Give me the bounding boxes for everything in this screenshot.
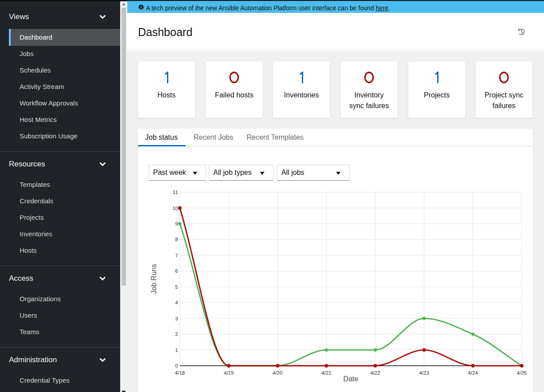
svg-text:4/25: 4/25 (517, 370, 527, 376)
svg-text:8: 8 (175, 237, 178, 242)
svg-text:4/19: 4/19 (224, 370, 234, 376)
svg-text:0: 0 (175, 363, 178, 368)
svg-text:11: 11 (173, 190, 178, 195)
svg-text:4/22: 4/22 (370, 370, 380, 376)
svg-text:Date: Date (343, 375, 358, 383)
svg-text:9: 9 (175, 221, 178, 226)
svg-text:7: 7 (175, 253, 178, 258)
svg-text:4/21: 4/21 (321, 370, 331, 376)
svg-text:4/24: 4/24 (468, 370, 478, 376)
svg-text:5: 5 (175, 284, 178, 290)
svg-text:3: 3 (175, 316, 178, 321)
svg-text:10: 10 (172, 206, 178, 211)
svg-text:2: 2 (175, 331, 178, 337)
svg-text:Job Runs: Job Runs (150, 264, 158, 294)
svg-text:4/18: 4/18 (175, 370, 185, 376)
svg-text:4: 4 (175, 300, 179, 305)
svg-text:4/23: 4/23 (419, 370, 429, 376)
svg-text:6: 6 (175, 268, 178, 274)
svg-text:4/20: 4/20 (272, 370, 282, 376)
svg-text:1: 1 (175, 348, 178, 353)
